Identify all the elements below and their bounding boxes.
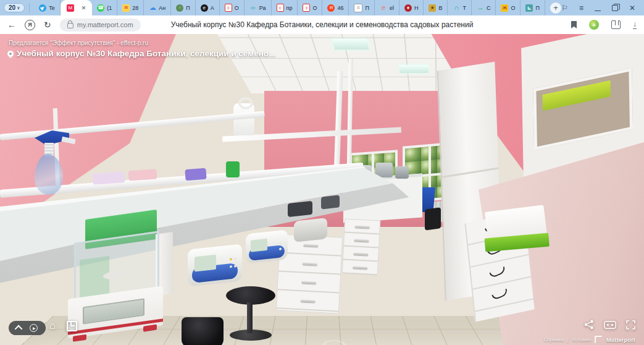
tab-elibrary-orange[interactable]: eel	[375, 0, 399, 15]
matterport-logo-icon	[595, 336, 603, 344]
tab-university-emblem[interactable]: ◦П	[171, 0, 195, 15]
green-arrow-icon: →	[477, 4, 484, 12]
stool-pole	[247, 302, 253, 333]
tab-matterport[interactable]: M✕	[61, 0, 93, 15]
space-title-text: Учебный корпус №30 Кафедра Ботаники, сел…	[17, 49, 275, 58]
shaker-2	[246, 229, 288, 263]
tab-journal[interactable]: ≡П	[349, 0, 374, 15]
viewer-footer: Справка | Условия Matterport	[544, 336, 635, 344]
tab-red-emblem[interactable]: ♦Н	[399, 0, 424, 15]
refresh-button[interactable]: ↻	[44, 20, 51, 30]
lcd-display	[251, 238, 267, 252]
browser-window: 20 ∨ ▶TeM✕☎(1✉28☁Ан◦ПeА≡О∞Ра≡пр≡ОЯ46≡Пee…	[0, 0, 644, 345]
tab-pdf-doc-3[interactable]: ≡О	[298, 0, 322, 15]
tab-yellow-emblem[interactable]: ЖО	[496, 0, 521, 15]
tab-label: (1	[107, 5, 112, 11]
footer-divider: |	[567, 337, 568, 343]
collections-icon[interactable]	[611, 20, 621, 29]
cloud-icon: ☁	[149, 4, 156, 12]
drawer-handle	[303, 244, 318, 247]
help-link[interactable]: Справка	[544, 337, 563, 343]
terms-link[interactable]: Условия	[572, 337, 591, 343]
loop-icon: ∞	[249, 4, 257, 12]
tab-gold-emblem[interactable]: ★В	[424, 0, 448, 15]
pdf-doc-3-icon: ≡	[303, 4, 310, 12]
tab-close-icon[interactable]: ✕	[82, 5, 86, 11]
button	[279, 242, 282, 245]
extension-icon[interactable]: +	[589, 20, 599, 30]
balance-display	[83, 298, 144, 324]
floor-nav-ring-far[interactable]	[322, 340, 346, 345]
tab-telegram[interactable]: ▶Te	[34, 0, 61, 15]
matterport-brand[interactable]: Matterport	[606, 336, 635, 343]
drawer-handle	[353, 252, 368, 255]
tab-label: el	[390, 5, 394, 11]
tab-elibrary[interactable]: eА	[196, 0, 220, 15]
tab-label: Н	[414, 5, 419, 11]
window-controls: ⚐ ≡ ✕	[561, 4, 644, 12]
tab-label: 46	[337, 5, 343, 11]
tab-pdf-doc-2[interactable]: ≡пр	[272, 0, 298, 15]
tab-label: С	[487, 5, 491, 11]
drawer	[345, 219, 380, 235]
floorplan-view-button[interactable]	[67, 321, 77, 331]
tab-count: 20	[9, 4, 15, 11]
lavender-tray	[92, 171, 125, 185]
open-shelf	[533, 68, 633, 151]
tab-teal-logo[interactable]: ◣П	[521, 0, 545, 15]
tab-label: О	[511, 5, 515, 11]
yandex-badge-icon[interactable]: Я	[25, 20, 35, 30]
button	[230, 258, 232, 260]
tab-pdf-doc-1[interactable]: ≡О	[220, 0, 245, 15]
tab-whatsapp[interactable]: ☎(1	[92, 0, 117, 15]
back-button[interactable]: ←	[7, 20, 16, 30]
tab-label: Te	[49, 5, 55, 11]
new-tab-button[interactable]: +	[550, 2, 561, 14]
elibrary-icon: e	[201, 4, 208, 12]
fullscreen-icon[interactable]	[626, 320, 635, 330]
drawer-handle	[301, 299, 316, 302]
yandex-icon: Я	[327, 4, 335, 12]
dark-equipment	[288, 201, 312, 217]
download-icon[interactable]: ↓	[633, 21, 637, 29]
divider	[29, 4, 30, 12]
menu-icon[interactable]: ≡	[579, 4, 583, 12]
telegram-icon: ▶	[38, 2, 48, 13]
drawer-handle	[491, 289, 509, 301]
minimize-button[interactable]	[595, 4, 601, 11]
tab-cloud[interactable]: ☁Ан	[144, 0, 171, 15]
bookmark-icon[interactable]	[571, 21, 577, 28]
drawer-handle	[303, 262, 317, 265]
url-text: my.matterport.com	[77, 21, 133, 28]
matterport-viewer[interactable]: Предлагается "Эффект присутствия" - effe…	[0, 34, 644, 345]
dollhouse-view-button[interactable]: ⌂	[49, 320, 56, 332]
notifications-icon[interactable]: ⚐	[561, 4, 568, 12]
vr-goggles-icon[interactable]	[604, 321, 616, 329]
pdf-doc-2-icon: ≡	[277, 4, 284, 12]
tab-yandex[interactable]: Я46	[322, 0, 349, 15]
tab-label: П	[186, 5, 190, 11]
black-chair	[425, 207, 441, 231]
pdf-doc-1-icon: ≡	[225, 4, 232, 12]
whatsapp-icon: ☎	[97, 4, 104, 12]
drawer-unit-2	[342, 219, 381, 275]
tab-label: П	[365, 5, 369, 11]
chevron-down-icon: ∨	[17, 6, 20, 11]
tab-counter-button[interactable]: 20 ∨	[4, 3, 25, 12]
promo-link[interactable]: Предлагается "Эффект присутствия" - effe…	[9, 40, 148, 46]
green-tray	[543, 80, 611, 111]
play-tour-button[interactable]: ▶	[30, 324, 38, 332]
restore-button[interactable]	[612, 5, 618, 11]
expand-controls-icon[interactable]	[14, 325, 22, 333]
ceiling-light	[332, 39, 369, 50]
close-button[interactable]: ✕	[629, 4, 635, 12]
tab-loop[interactable]: ∞Ра	[245, 0, 272, 15]
url-bar[interactable]: my.matterport.com	[60, 19, 141, 32]
address-toolbar: ← Я ↻ my.matterport.com Учебный корпус №…	[0, 15, 644, 34]
share-icon[interactable]	[584, 320, 594, 330]
yandex-mail-icon: ✉	[122, 4, 130, 12]
tab-arch[interactable]: ∩Т	[448, 0, 472, 15]
tab-green-arrow[interactable]: →С	[472, 0, 496, 15]
drawer-handle	[301, 281, 316, 284]
tab-yandex-mail[interactable]: ✉28	[117, 0, 144, 15]
